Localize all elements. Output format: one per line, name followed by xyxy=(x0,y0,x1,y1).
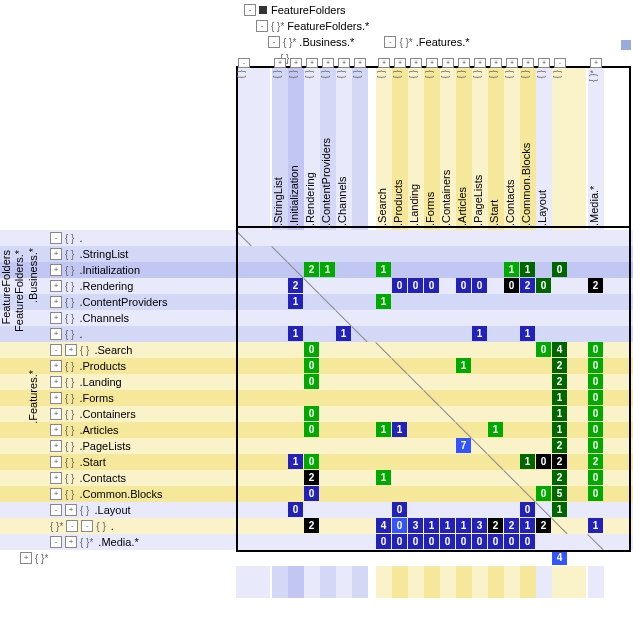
matrix-cell[interactable]: 1 xyxy=(288,326,303,341)
expand-icon[interactable]: - xyxy=(81,520,93,532)
expand-icon[interactable]: + xyxy=(490,58,502,68)
matrix-cell[interactable]: 3 xyxy=(472,518,487,533)
row-item[interactable]: +{ }.Containers xyxy=(44,406,240,422)
matrix-cell[interactable]: 0 xyxy=(288,502,303,517)
matrix-cell[interactable]: 0 xyxy=(304,342,319,357)
row-item[interactable]: +{ }.Rendering xyxy=(44,278,240,294)
matrix-cell[interactable]: 0 xyxy=(304,358,319,373)
matrix-cell[interactable]: 0 xyxy=(588,422,603,437)
expand-icon[interactable]: + xyxy=(50,408,62,420)
matrix-cell[interactable]: 0 xyxy=(376,534,391,549)
matrix-cell[interactable]: 1 xyxy=(488,422,503,437)
matrix-cell[interactable]: 2 xyxy=(588,278,603,293)
matrix-cell[interactable]: 5 xyxy=(552,486,567,501)
expand-icon[interactable]: - xyxy=(384,36,396,48)
expand-icon[interactable]: - xyxy=(50,536,62,548)
matrix-cell[interactable]: 7 xyxy=(456,438,471,453)
matrix-cell[interactable]: 2 xyxy=(552,438,567,453)
expand-icon[interactable]: + xyxy=(50,280,62,292)
matrix-cell[interactable]: 0 xyxy=(588,470,603,485)
matrix-cell[interactable]: 1 xyxy=(376,294,391,309)
matrix-cell[interactable]: 0 xyxy=(552,262,567,277)
matrix-cell[interactable]: 1 xyxy=(552,390,567,405)
expand-icon[interactable]: + xyxy=(410,58,422,68)
matrix-cell[interactable]: 1 xyxy=(440,518,455,533)
expand-icon[interactable]: - xyxy=(244,4,256,16)
row-item[interactable]: +{ }.Landing xyxy=(44,374,240,390)
matrix-cell[interactable]: 1 xyxy=(288,294,303,309)
matrix-cell[interactable]: 0 xyxy=(424,278,439,293)
matrix-cell[interactable]: 1 xyxy=(520,518,535,533)
matrix-cell[interactable]: 1 xyxy=(504,262,519,277)
expand-icon[interactable]: + xyxy=(394,58,406,68)
matrix-cell[interactable]: 0 xyxy=(472,278,487,293)
expand-icon[interactable]: - xyxy=(50,344,62,356)
row-item[interactable]: +{ }.PageLists xyxy=(44,438,240,454)
expand-icon[interactable]: + xyxy=(590,58,602,68)
expand-icon[interactable]: + xyxy=(474,58,486,68)
row-item[interactable]: +{ }.Initialization xyxy=(44,262,240,278)
expand-icon[interactable]: - xyxy=(66,520,78,532)
matrix-cell[interactable]: 0 xyxy=(488,534,503,549)
matrix-cell[interactable]: 0 xyxy=(504,534,519,549)
matrix-cell[interactable]: 0 xyxy=(304,406,319,421)
expand-icon[interactable]: + xyxy=(50,472,62,484)
expand-icon[interactable]: + xyxy=(306,58,318,68)
matrix-cell[interactable]: 0 xyxy=(408,534,423,549)
matrix-cell[interactable]: 1 xyxy=(424,518,439,533)
matrix-cell[interactable]: 0 xyxy=(536,278,551,293)
expand-icon[interactable]: - xyxy=(50,504,62,516)
matrix-cell[interactable]: 0 xyxy=(588,438,603,453)
matrix-cell[interactable]: 2 xyxy=(552,374,567,389)
matrix-cell[interactable]: 3 xyxy=(408,518,423,533)
matrix-cell[interactable]: 0 xyxy=(536,454,551,469)
matrix-cell[interactable]: 2 xyxy=(552,454,567,469)
matrix-cell[interactable]: 0 xyxy=(588,486,603,501)
matrix-cell[interactable]: 0 xyxy=(520,502,535,517)
matrix-cell[interactable]: 0 xyxy=(392,278,407,293)
matrix-cell[interactable]: 1 xyxy=(376,422,391,437)
expand-icon[interactable]: + xyxy=(322,58,334,68)
matrix-cell[interactable]: 1 xyxy=(552,502,567,517)
expand-icon[interactable]: + xyxy=(50,488,62,500)
row-item[interactable]: { }*--{ }. xyxy=(44,518,240,534)
matrix-cell[interactable]: 2 xyxy=(552,470,567,485)
matrix-cell[interactable]: 4 xyxy=(552,342,567,357)
matrix-cell[interactable]: 0 xyxy=(408,278,423,293)
matrix-cell[interactable]: 0 xyxy=(588,342,603,357)
matrix-cell[interactable]: 2 xyxy=(488,518,503,533)
expand-icon[interactable]: + xyxy=(442,58,454,68)
matrix-cell[interactable]: 1 xyxy=(456,518,471,533)
expand-icon[interactable]: + xyxy=(50,328,62,340)
matrix-cell[interactable]: 2 xyxy=(536,518,551,533)
expand-icon[interactable]: + xyxy=(50,376,62,388)
matrix-cell[interactable]: 1 xyxy=(288,454,303,469)
matrix-cell[interactable]: 1 xyxy=(472,326,487,341)
expand-icon[interactable]: + xyxy=(506,58,518,68)
matrix-cell[interactable]: 2 xyxy=(520,278,535,293)
expand-icon[interactable]: + xyxy=(426,58,438,68)
expand-icon[interactable]: - xyxy=(238,58,250,68)
matrix-cell[interactable]: 0 xyxy=(520,534,535,549)
row-item[interactable]: +{ }.Forms xyxy=(44,390,240,406)
expand-icon[interactable]: - xyxy=(50,232,62,244)
expand-icon[interactable]: + xyxy=(50,264,62,276)
row-item[interactable]: +{ }.Channels xyxy=(44,310,240,326)
matrix-cell[interactable]: 0 xyxy=(472,534,487,549)
expand-icon[interactable]: + xyxy=(50,312,62,324)
matrix-cell[interactable]: 0 xyxy=(588,390,603,405)
matrix-cell[interactable]: 1 xyxy=(320,262,335,277)
matrix-cell[interactable]: 0 xyxy=(456,534,471,549)
matrix-cell[interactable]: 0 xyxy=(304,486,319,501)
matrix-cell[interactable]: 0 xyxy=(392,502,407,517)
row-item[interactable]: -{ }. xyxy=(44,230,240,246)
expand-icon[interactable]: + xyxy=(274,58,286,68)
expand-icon[interactable]: - xyxy=(554,58,566,68)
matrix-cell[interactable]: 0 xyxy=(504,278,519,293)
matrix-cell[interactable]: 2 xyxy=(288,278,303,293)
matrix-cell[interactable]: 1 xyxy=(392,422,407,437)
row-item[interactable]: +{ }.Start xyxy=(44,454,240,470)
expand-icon[interactable]: + xyxy=(50,392,62,404)
matrix-cell[interactable]: 1 xyxy=(520,262,535,277)
expand-icon[interactable]: + xyxy=(50,424,62,436)
